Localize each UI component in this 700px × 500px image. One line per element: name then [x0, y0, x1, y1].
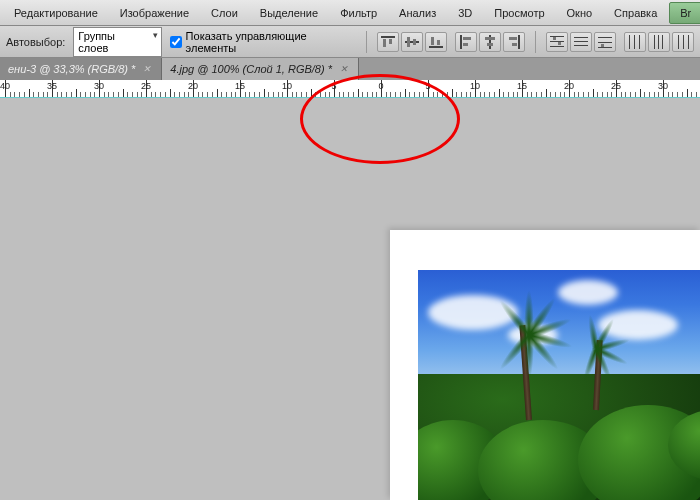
svg-rect-23 — [574, 37, 588, 38]
tab-doc-2[interactable]: 4.jpg @ 100% (Слой 1, RGB/8) * ✕ — [162, 58, 359, 80]
image-content — [418, 270, 700, 500]
menu-edit[interactable]: Редактирование — [4, 3, 108, 23]
svg-rect-28 — [598, 47, 612, 48]
horizontal-ruler[interactable]: 403530252015105051015202530 — [0, 80, 700, 98]
show-controls-label: Показать управляющие элементы — [186, 30, 356, 54]
menu-filter[interactable]: Фильтр — [330, 3, 387, 23]
svg-rect-5 — [413, 39, 416, 45]
align-vcenter-icon[interactable] — [401, 32, 423, 52]
svg-rect-26 — [598, 37, 612, 38]
distribute-bottom-icon[interactable] — [594, 32, 616, 52]
distribute-vcenter-icon[interactable] — [570, 32, 592, 52]
menu-help[interactable]: Справка — [604, 3, 667, 23]
menu-image[interactable]: Изображение — [110, 3, 199, 23]
close-icon[interactable]: ✕ — [338, 64, 350, 74]
svg-rect-17 — [512, 43, 517, 46]
distribute-group-1 — [546, 32, 616, 52]
svg-rect-14 — [487, 43, 493, 46]
svg-rect-21 — [553, 37, 556, 40]
svg-rect-2 — [389, 39, 392, 44]
separator — [535, 31, 536, 53]
canvas-workspace[interactable] — [0, 98, 700, 500]
svg-rect-4 — [407, 37, 410, 47]
separator — [366, 31, 367, 53]
align-left-icon[interactable] — [455, 32, 477, 52]
svg-rect-11 — [463, 43, 468, 46]
svg-rect-10 — [463, 37, 471, 40]
svg-rect-15 — [518, 35, 520, 49]
svg-rect-31 — [634, 35, 635, 49]
align-right-icon[interactable] — [503, 32, 525, 52]
svg-rect-19 — [550, 41, 564, 42]
autoselect-label: Автовыбор: — [6, 36, 65, 48]
bridge-button[interactable]: Br — [669, 2, 700, 24]
align-hcenter-icon[interactable] — [479, 32, 501, 52]
options-bar: Автовыбор: Группы слоев Показать управля… — [0, 26, 700, 58]
svg-rect-20 — [550, 46, 564, 47]
svg-rect-8 — [437, 40, 440, 45]
align-group-1 — [377, 32, 447, 52]
distribute-top-icon[interactable] — [546, 32, 568, 52]
distribute-right-icon[interactable] — [672, 32, 694, 52]
distribute-left-icon[interactable] — [624, 32, 646, 52]
svg-rect-6 — [429, 46, 443, 48]
svg-rect-16 — [509, 37, 517, 40]
close-icon[interactable]: ✕ — [141, 64, 153, 74]
autoselect-dropdown[interactable]: Группы слоев — [73, 27, 161, 57]
show-controls-input[interactable] — [170, 36, 182, 48]
svg-rect-34 — [658, 35, 659, 49]
distribute-hcenter-icon[interactable] — [648, 32, 670, 52]
svg-rect-38 — [688, 35, 689, 49]
align-top-icon[interactable] — [377, 32, 399, 52]
svg-rect-18 — [550, 36, 564, 37]
align-group-2 — [455, 32, 525, 52]
menu-analysis[interactable]: Анализ — [389, 3, 446, 23]
menu-bar: Редактирование Изображение Слои Выделени… — [0, 0, 700, 26]
svg-rect-22 — [558, 42, 561, 45]
align-bottom-icon[interactable] — [425, 32, 447, 52]
show-controls-checkbox[interactable]: Показать управляющие элементы — [170, 30, 356, 54]
distribute-group-2 — [624, 32, 694, 52]
svg-rect-33 — [654, 35, 655, 49]
svg-rect-0 — [381, 36, 395, 38]
tab-label: 4.jpg @ 100% (Слой 1, RGB/8) * — [170, 63, 332, 75]
svg-rect-7 — [431, 37, 434, 45]
document-canvas[interactable] — [390, 230, 700, 500]
menu-3d[interactable]: 3D — [448, 3, 482, 23]
svg-rect-36 — [678, 35, 679, 49]
tab-doc-1[interactable]: ени-3 @ 33,3% (RGB/8) * ✕ — [0, 58, 162, 80]
menu-view[interactable]: Просмотр — [484, 3, 554, 23]
svg-rect-1 — [383, 39, 386, 47]
svg-rect-27 — [598, 42, 612, 43]
svg-rect-32 — [639, 35, 640, 49]
svg-rect-9 — [460, 35, 462, 49]
svg-rect-24 — [574, 41, 588, 42]
svg-rect-29 — [601, 44, 604, 47]
svg-rect-37 — [683, 35, 684, 49]
menu-select[interactable]: Выделение — [250, 3, 328, 23]
tab-label: ени-3 @ 33,3% (RGB/8) * — [8, 63, 135, 75]
document-tabs: ени-3 @ 33,3% (RGB/8) * ✕ 4.jpg @ 100% (… — [0, 58, 700, 80]
svg-rect-25 — [574, 45, 588, 46]
svg-rect-30 — [629, 35, 630, 49]
svg-rect-13 — [485, 37, 495, 40]
menu-window[interactable]: Окно — [557, 3, 603, 23]
menu-layers[interactable]: Слои — [201, 3, 248, 23]
svg-rect-35 — [662, 35, 663, 49]
